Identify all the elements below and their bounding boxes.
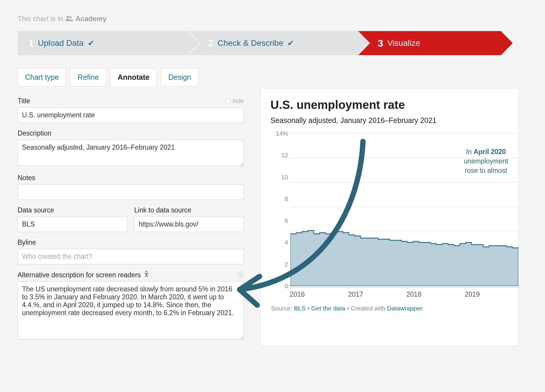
step-number: 2 xyxy=(208,38,213,49)
svg-point-2 xyxy=(146,271,147,273)
description-label: Description xyxy=(18,129,51,137)
tab-refine[interactable]: Refine xyxy=(70,68,106,87)
data-source-input[interactable] xyxy=(18,217,127,232)
description-input[interactable] xyxy=(18,140,244,166)
svg-point-1 xyxy=(69,16,71,18)
y-tick: 10 xyxy=(270,174,290,181)
step-number: 3 xyxy=(378,38,383,49)
tab-design[interactable]: Design xyxy=(161,68,199,87)
data-source-label: Data source xyxy=(18,206,54,214)
chart-area: 14% 12 10 8 6 4 2 0 xyxy=(270,134,518,304)
y-tick: 14% xyxy=(270,130,290,137)
svg-point-0 xyxy=(67,16,69,18)
tab-annotate[interactable]: Annotate xyxy=(110,68,157,87)
data-source-link-label: Link to data source xyxy=(134,206,191,214)
alt-desc-label: Alternative description for screen reade… xyxy=(18,271,141,279)
y-tick: 2 xyxy=(270,261,290,268)
y-tick: 0 xyxy=(270,283,290,290)
step-check-describe[interactable]: 2 Check & Describe ✔ xyxy=(187,31,357,55)
chart-annotation: In April 2020 unemployment rose to almos… xyxy=(448,147,519,175)
accessibility-icon xyxy=(144,272,149,278)
notes-label: Notes xyxy=(18,174,35,182)
preview-subtitle: Seasonally adjusted, January 2016–Februa… xyxy=(270,116,518,125)
y-tick: 12 xyxy=(270,152,290,159)
y-tick: 6 xyxy=(270,217,290,224)
byline-label: Byline xyxy=(18,239,36,246)
notes-input[interactable] xyxy=(18,184,244,200)
chart-preview: U.S. unemployment rate Seasonally adjust… xyxy=(260,88,519,346)
check-icon: ✔ xyxy=(287,39,294,48)
title-input[interactable] xyxy=(18,107,244,123)
y-tick: 4 xyxy=(270,239,290,246)
step-label: Check & Describe xyxy=(218,38,283,48)
x-axis: 2016 2017 2018 2019 xyxy=(290,287,518,304)
visualize-subtabs: Chart type Refine Annotate Design xyxy=(18,68,244,87)
people-icon xyxy=(65,15,73,23)
step-label: Upload Data xyxy=(38,38,84,48)
x-tick: 2018 xyxy=(406,290,421,298)
step-number: 1 xyxy=(28,38,34,49)
byline-input[interactable] xyxy=(18,249,244,264)
x-tick: 2016 xyxy=(290,290,305,298)
alt-desc-input[interactable] xyxy=(18,281,244,339)
help-icon[interactable]: ? xyxy=(237,272,244,278)
checkbox-icon xyxy=(226,99,231,104)
hide-title-toggle[interactable]: hide xyxy=(226,98,244,104)
check-icon: ✔ xyxy=(88,39,94,48)
preview-footer: Source: BLS • Get the data • Created wit… xyxy=(270,305,518,312)
stepper: 1 Upload Data ✔ 2 Check & Describe ✔ 3 V… xyxy=(18,31,530,55)
chart-location-prefix: This chart is in xyxy=(18,15,63,23)
y-axis: 14% 12 10 8 6 4 2 0 xyxy=(270,134,290,286)
footer-getdata-link[interactable]: Get the data xyxy=(311,305,345,312)
chart-location-row: This chart is in Academy xyxy=(18,15,530,23)
title-label: Title xyxy=(18,97,30,105)
step-upload-data[interactable]: 1 Upload Data ✔ xyxy=(18,31,187,55)
step-visualize[interactable]: 3 Visualize xyxy=(357,31,501,55)
x-tick: 2019 xyxy=(465,290,480,298)
tab-chart-type[interactable]: Chart type xyxy=(18,68,66,87)
footer-datawrapper-link[interactable]: Datawrapper xyxy=(387,305,422,312)
chart-location-name[interactable]: Academy xyxy=(75,15,107,23)
preview-title: U.S. unemployment rate xyxy=(270,98,518,111)
data-source-link-input[interactable] xyxy=(134,217,244,232)
y-tick: 8 xyxy=(270,195,290,202)
step-label: Visualize xyxy=(387,38,420,48)
x-tick: 2017 xyxy=(348,290,363,298)
footer-source-link[interactable]: BLS xyxy=(294,305,306,312)
